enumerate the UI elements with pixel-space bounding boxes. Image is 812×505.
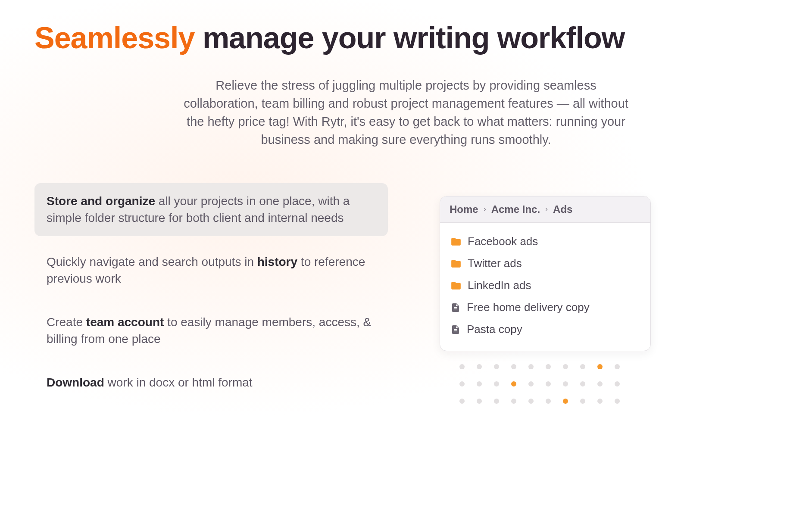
file-item[interactable]: Free home delivery copy bbox=[449, 296, 642, 318]
chevron-right-icon bbox=[481, 207, 489, 212]
feature-pre: Quickly navigate and search outputs in bbox=[47, 255, 257, 268]
decorative-dot bbox=[477, 399, 482, 404]
decorative-dot bbox=[528, 364, 534, 369]
item-label: Pasta copy bbox=[467, 323, 522, 336]
decorative-dot bbox=[615, 364, 620, 369]
feature-pre: Create bbox=[47, 315, 86, 329]
decorative-dot bbox=[563, 399, 568, 404]
folder-card: Home Acme Inc. Ads Facebook ads Twitter … bbox=[440, 196, 651, 351]
breadcrumb-item[interactable]: Acme Inc. bbox=[491, 203, 540, 215]
subheading: Relieve the stress of juggling multiple … bbox=[182, 76, 630, 149]
breadcrumb-item[interactable]: Home bbox=[450, 203, 478, 215]
folder-icon bbox=[450, 280, 462, 291]
decorative-dot bbox=[494, 364, 499, 369]
feature-history[interactable]: Quickly navigate and search outputs in h… bbox=[34, 244, 388, 296]
breadcrumb-item[interactable]: Ads bbox=[553, 203, 572, 215]
feature-list: Store and organize all your projects in … bbox=[34, 183, 388, 408]
chevron-right-icon bbox=[543, 207, 550, 212]
item-label: Twitter ads bbox=[468, 257, 522, 270]
folder-item[interactable]: LinkedIn ads bbox=[449, 274, 642, 296]
decorative-dot bbox=[563, 381, 568, 387]
decorative-dot bbox=[477, 364, 482, 369]
decorative-dot bbox=[546, 399, 551, 404]
decorative-dot bbox=[494, 399, 499, 404]
decorative-dot bbox=[546, 364, 551, 369]
item-label: Free home delivery copy bbox=[467, 301, 590, 314]
folder-icon bbox=[450, 236, 462, 247]
breadcrumb: Home Acme Inc. Ads bbox=[440, 196, 650, 223]
folder-item[interactable]: Facebook ads bbox=[449, 231, 642, 253]
decorative-dot bbox=[459, 364, 465, 369]
feature-text: work in docx or html format bbox=[104, 376, 253, 389]
headline-accent: Seamlessly bbox=[34, 21, 194, 55]
decorative-dot bbox=[511, 399, 516, 404]
feature-team-account[interactable]: Create team account to easily manage mem… bbox=[34, 304, 388, 357]
feature-store-organize[interactable]: Store and organize all your projects in … bbox=[34, 183, 388, 236]
feature-bold: Download bbox=[47, 376, 104, 389]
decorative-dot bbox=[615, 399, 620, 404]
file-icon bbox=[450, 324, 461, 335]
feature-bold: team account bbox=[86, 315, 164, 329]
decorative-dot bbox=[528, 399, 534, 404]
item-label: Facebook ads bbox=[468, 235, 538, 248]
decorative-dot bbox=[459, 381, 465, 387]
file-icon bbox=[450, 302, 461, 313]
item-label: LinkedIn ads bbox=[468, 279, 531, 292]
folder-card-body: Facebook ads Twitter ads LinkedIn ads Fr… bbox=[440, 223, 650, 351]
headline: Seamlessly manage your writing workflow bbox=[34, 22, 778, 55]
decorative-dot bbox=[511, 381, 516, 387]
decorative-dot bbox=[494, 381, 499, 387]
folder-item[interactable]: Twitter ads bbox=[449, 253, 642, 274]
decorative-dot bbox=[546, 381, 551, 387]
decorative-dot bbox=[597, 364, 603, 369]
feature-bold: Store and organize bbox=[47, 194, 155, 208]
decorative-dot bbox=[597, 381, 603, 387]
decorative-dot bbox=[511, 364, 516, 369]
folder-icon bbox=[450, 258, 462, 269]
decorative-dot bbox=[459, 399, 465, 404]
decorative-dot-grid bbox=[456, 361, 623, 407]
decorative-dot bbox=[580, 364, 585, 369]
decorative-dot bbox=[597, 399, 603, 404]
decorative-dot bbox=[528, 381, 534, 387]
decorative-dot bbox=[615, 381, 620, 387]
decorative-dot bbox=[477, 381, 482, 387]
feature-download[interactable]: Download work in docx or html format bbox=[34, 365, 388, 400]
file-item[interactable]: Pasta copy bbox=[449, 318, 642, 340]
preview-panel: Home Acme Inc. Ads Facebook ads Twitter … bbox=[440, 183, 651, 408]
feature-bold: history bbox=[257, 255, 297, 268]
decorative-dot bbox=[563, 364, 568, 369]
decorative-dot bbox=[580, 399, 585, 404]
headline-rest: manage your writing workflow bbox=[203, 21, 625, 55]
decorative-dot bbox=[580, 381, 585, 387]
